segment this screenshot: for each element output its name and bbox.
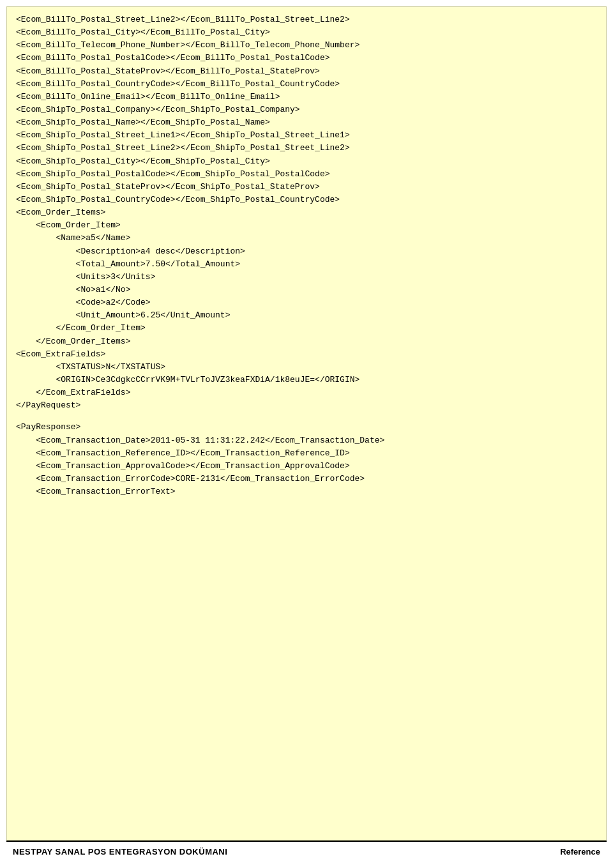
footer-reference: Reference bbox=[560, 847, 600, 857]
footer-bar: NESTPAY SANAL POS ENTEGRASYON DOKÜMANI R… bbox=[6, 841, 607, 862]
xml-line: <Ecom_Transaction_Reference_ID></Ecom_Tr… bbox=[16, 447, 597, 460]
xml-line: <Unit_Amount>6.25</Unit_Amount> bbox=[16, 309, 597, 322]
xml-content-area: <Ecom_BillTo_Postal_Street_Line2></Ecom_… bbox=[6, 6, 607, 841]
xml-line: <Ecom_BillTo_Postal_StateProv></Ecom_Bil… bbox=[16, 65, 597, 78]
xml-line: <Ecom_ShipTo_Postal_Company></Ecom_ShipT… bbox=[16, 103, 597, 116]
xml-line: <TXSTATUS>N</TXSTATUS> bbox=[16, 361, 597, 374]
xml-line: <Ecom_BillTo_Postal_CountryCode></Ecom_B… bbox=[16, 78, 597, 91]
xml-line: <Ecom_ShipTo_Postal_StateProv></Ecom_Shi… bbox=[16, 181, 597, 194]
xml-line: <Ecom_BillTo_Postal_City></Ecom_BillTo_P… bbox=[16, 26, 597, 39]
xml-line: <Description>a4 desc</Description> bbox=[16, 245, 597, 258]
xml-line: <Ecom_ShipTo_Postal_City></Ecom_ShipTo_P… bbox=[16, 155, 597, 168]
xml-line: <Ecom_Transaction_Date>2011-05-31 11:31:… bbox=[16, 434, 597, 447]
page-container: <Ecom_BillTo_Postal_Street_Line2></Ecom_… bbox=[0, 0, 613, 868]
xml-line: <Ecom_Transaction_ErrorCode>CORE-2131</E… bbox=[16, 473, 597, 485]
xml-line: <Units>3</Units> bbox=[16, 271, 597, 284]
xml-line: <Total_Amount>7.50</Total_Amount> bbox=[16, 258, 597, 271]
footer-title: NESTPAY SANAL POS ENTEGRASYON DOKÜMANI bbox=[13, 847, 227, 857]
xml-line: <No>a1</No> bbox=[16, 284, 597, 296]
xml-line: <Ecom_ExtraFields> bbox=[16, 348, 597, 361]
xml-line: </PayRequest> bbox=[16, 399, 597, 412]
xml-line: <Ecom_ShipTo_Postal_Name></Ecom_ShipTo_P… bbox=[16, 116, 597, 129]
xml-spacer bbox=[16, 412, 597, 421]
xml-line: <Ecom_BillTo_Postal_Street_Line2></Ecom_… bbox=[16, 13, 597, 26]
xml-line: <Ecom_BillTo_Telecom_Phone_Number></Ecom… bbox=[16, 39, 597, 52]
xml-line: <Ecom_ShipTo_Postal_CountryCode></Ecom_S… bbox=[16, 194, 597, 206]
xml-line: <Ecom_ShipTo_Postal_Street_Line2></Ecom_… bbox=[16, 142, 597, 155]
xml-line: </Ecom_Order_Items> bbox=[16, 335, 597, 348]
xml-line: </Ecom_Order_Item> bbox=[16, 322, 597, 335]
xml-line: <Ecom_BillTo_Postal_PostalCode></Ecom_Bi… bbox=[16, 52, 597, 65]
xml-line: <Ecom_Order_Items> bbox=[16, 206, 597, 219]
xml-line: <PayResponse> bbox=[16, 421, 597, 434]
xml-line: </Ecom_ExtraFields> bbox=[16, 386, 597, 399]
xml-line: <Ecom_Transaction_ErrorText> bbox=[16, 485, 597, 498]
xml-line: <Ecom_Transaction_ApprovalCode></Ecom_Tr… bbox=[16, 460, 597, 473]
xml-line: <Ecom_ShipTo_Postal_Street_Line1></Ecom_… bbox=[16, 129, 597, 142]
xml-line: <Ecom_Order_Item> bbox=[16, 219, 597, 232]
xml-line: <ORIGIN>Ce3CdgkcCCrrVK9M+TVLrToJVZ3keaFX… bbox=[16, 374, 597, 386]
xml-line: <Ecom_BillTo_Online_Email></Ecom_BillTo_… bbox=[16, 91, 597, 103]
xml-line: <Ecom_ShipTo_Postal_PostalCode></Ecom_Sh… bbox=[16, 168, 597, 181]
xml-line: <Name>a5</Name> bbox=[16, 232, 597, 245]
xml-line: <Code>a2</Code> bbox=[16, 296, 597, 309]
